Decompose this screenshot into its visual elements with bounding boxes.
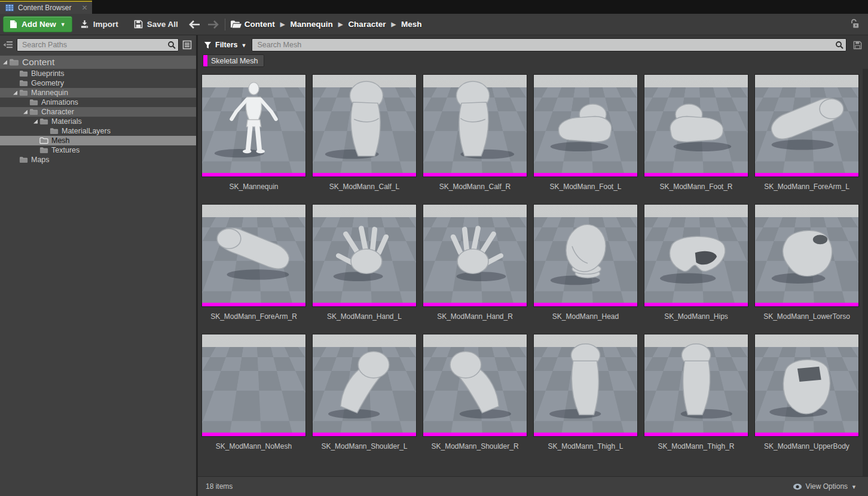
tree-item-materials[interactable]: Materials <box>0 117 196 126</box>
asset-thumbnail[interactable] <box>533 74 638 177</box>
tree-item-materiallayers[interactable]: MaterialLayers <box>0 126 196 136</box>
asset-thumbnail[interactable] <box>754 204 859 307</box>
asset-thumbnail[interactable] <box>644 74 748 177</box>
breadcrumb-item[interactable]: Mannequin <box>290 20 332 29</box>
thumbnail-scene <box>755 334 858 433</box>
save-all-button[interactable]: Save All <box>126 14 186 35</box>
tree-item-geometry[interactable]: Geometry <box>0 78 196 88</box>
folder-icon <box>39 147 48 154</box>
folder-label: Animations <box>41 98 78 106</box>
thumbnail-scene <box>644 205 748 303</box>
content-browser-tab[interactable]: Content Browser ✕ <box>0 1 92 14</box>
tree-item-maps[interactable]: Maps <box>0 155 196 165</box>
asset-thumbnail[interactable] <box>201 204 306 307</box>
asset-tile[interactable]: SK_ModMann_Foot_L <box>533 74 638 191</box>
content-browser-window: Content Browser ✕ Add New ▼ Import Save … <box>0 0 868 496</box>
tree-item-mannequin[interactable]: Mannequin <box>0 88 196 98</box>
back-arrow-icon <box>189 20 201 29</box>
asset-thumbnail[interactable] <box>312 74 417 177</box>
asset-tile[interactable]: SK_ModMann_Thigh_L <box>533 334 638 451</box>
asset-tile[interactable]: SK_ModMann_Calf_R <box>423 74 527 191</box>
search-assets-input[interactable] <box>252 38 846 51</box>
asset-tile[interactable]: SK_ModMann_Hand_L <box>312 204 417 321</box>
tree-item-textures[interactable]: Textures <box>0 145 196 155</box>
asset-label: SK_ModMann_LowerTorso <box>754 312 859 321</box>
asset-tile[interactable]: SK_ModMann_Hand_R <box>423 204 527 321</box>
shoulder-mesh-preview <box>313 334 416 429</box>
asset-view: Filters ▼ Skeletal Mesh SK_MannequinS <box>198 35 868 496</box>
expanded-arrow-icon[interactable] <box>11 91 19 95</box>
sources-view-button[interactable] <box>181 39 193 50</box>
chevron-down-icon: ▼ <box>851 485 857 490</box>
asset-thumbnail[interactable] <box>644 204 748 307</box>
folder-label: Mesh <box>51 136 70 145</box>
thumbnail-scene <box>534 75 637 173</box>
asset-tile[interactable]: SK_ModMann_Hips <box>644 204 748 321</box>
skeletal-mesh-color-bar <box>313 303 416 306</box>
tree-item-animations[interactable]: Animations <box>0 98 196 107</box>
asset-tile[interactable]: SK_ModMann_Thigh_R <box>644 334 748 451</box>
asset-tile[interactable]: SK_ModMann_ForeArm_L <box>754 74 859 191</box>
tree-item-content[interactable]: Content <box>0 56 196 69</box>
breadcrumb-chevron-icon: ▶ <box>391 21 396 28</box>
add-new-button[interactable]: Add New ▼ <box>3 16 72 32</box>
skeletal-mesh-color-bar <box>202 173 305 177</box>
vertical-scrollbar[interactable] <box>863 69 868 476</box>
asset-thumbnail[interactable] <box>423 204 527 307</box>
asset-thumbnail[interactable] <box>312 334 417 437</box>
folder-icon <box>29 99 38 106</box>
asset-tile[interactable]: SK_Mannequin <box>201 74 306 191</box>
asset-thumbnail[interactable] <box>754 334 859 437</box>
asset-tile[interactable]: SK_ModMann_LowerTorso <box>754 204 859 321</box>
forearm-mesh-preview <box>755 75 858 169</box>
asset-tile[interactable]: SK_ModMann_UpperBody <box>754 334 859 451</box>
import-button[interactable]: Import <box>72 14 126 35</box>
thumbnail-scene <box>202 75 305 173</box>
breadcrumb-item[interactable]: Character <box>348 20 386 29</box>
collapse-sources-icon <box>3 41 13 49</box>
asset-tile[interactable]: SK_ModMann_Shoulder_R <box>423 334 527 451</box>
calf-mesh-preview <box>313 75 416 169</box>
active-filter-chip[interactable]: Skeletal Mesh <box>203 54 264 67</box>
thumbnail-scene <box>313 75 416 173</box>
skeletal-mesh-color-bar <box>202 303 305 306</box>
expanded-arrow-icon[interactable] <box>1 60 9 65</box>
asset-thumbnail[interactable] <box>423 74 527 177</box>
asset-tile[interactable]: SK_ModMann_NoMesh <box>201 334 306 451</box>
save-search-floppy-icon <box>853 41 862 50</box>
breadcrumb-item[interactable]: Mesh <box>401 20 422 29</box>
asset-thumbnail[interactable] <box>201 74 306 177</box>
asset-thumbnail[interactable] <box>201 334 306 437</box>
lock-button[interactable] <box>849 17 861 32</box>
asset-thumbnail[interactable] <box>312 204 417 307</box>
forward-button[interactable] <box>204 20 222 29</box>
collapse-sources-button[interactable] <box>2 40 14 50</box>
asset-tile[interactable]: SK_ModMann_ForeArm_R <box>201 204 306 321</box>
tab-close-icon[interactable]: ✕ <box>75 4 87 12</box>
tree-item-mesh[interactable]: Mesh <box>0 136 196 145</box>
filters-button[interactable]: Filters ▼ <box>204 41 246 49</box>
back-button[interactable] <box>186 20 204 29</box>
tree-item-character[interactable]: Character <box>0 107 196 117</box>
folder-icon <box>19 89 28 96</box>
asset-thumbnail[interactable] <box>533 204 638 307</box>
breadcrumb-item[interactable]: Content <box>244 20 275 29</box>
asset-tile[interactable]: SK_ModMann_Head <box>533 204 638 321</box>
search-paths-input[interactable] <box>17 38 179 51</box>
asset-tile[interactable]: SK_ModMann_Calf_L <box>312 74 417 191</box>
save-search-button[interactable] <box>852 40 863 50</box>
hips-mesh-preview <box>644 205 748 299</box>
asset-thumbnail[interactable] <box>533 334 638 437</box>
asset-thumbnail[interactable] <box>644 334 748 437</box>
folder-label: Mannequin <box>31 89 68 97</box>
expanded-arrow-icon[interactable] <box>22 110 29 114</box>
hand-mesh-preview <box>313 205 416 299</box>
tree-item-blueprints[interactable]: Blueprints <box>0 69 196 78</box>
asset-tile[interactable]: SK_ModMann_Foot_R <box>644 74 748 191</box>
new-asset-page-icon <box>10 20 17 29</box>
asset-thumbnail[interactable] <box>423 334 527 437</box>
view-options-button[interactable]: View Options ▼ <box>789 482 860 491</box>
expanded-arrow-icon[interactable] <box>32 120 39 124</box>
asset-tile[interactable]: SK_ModMann_Shoulder_L <box>312 334 417 451</box>
asset-thumbnail[interactable] <box>754 74 859 177</box>
